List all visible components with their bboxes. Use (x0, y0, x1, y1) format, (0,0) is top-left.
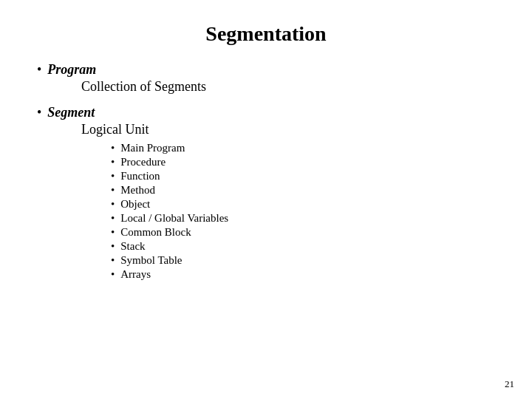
slide-title: Segmentation (37, 22, 495, 46)
list-item: Procedure (111, 156, 495, 168)
page-number: 21 (505, 378, 514, 390)
bullet-segment-main: • Segment (37, 105, 495, 120)
logical-unit-text: Logical Unit (81, 122, 149, 137)
bullet-segment-section: • Segment Logical Unit Main ProgramProce… (37, 105, 495, 281)
list-item: Main Program (111, 142, 495, 154)
program-desc-text: Collection of Segments (81, 79, 206, 94)
bullet-program-section: • Program Collection of Segments (37, 62, 495, 95)
slide: Segmentation • Program Collection of Seg… (0, 0, 532, 399)
bullet-program-main: • Program (37, 62, 495, 78)
list-item: Local / Global Variables (111, 212, 495, 225)
bullet-dot-1: • (37, 62, 41, 78)
list-item: Object (111, 198, 495, 211)
list-item: Method (111, 184, 495, 197)
logical-unit-label: Logical Unit (81, 122, 495, 137)
bullet-dot-2: • (37, 105, 41, 120)
program-description: Collection of Segments (81, 79, 495, 95)
list-item: Stack (111, 240, 495, 253)
segment-label: Segment (47, 105, 95, 120)
list-item: Arrays (111, 268, 495, 281)
segment-items-list: Main ProgramProcedureFunctionMethodObjec… (111, 142, 495, 281)
list-item: Function (111, 170, 495, 183)
program-label: Program (47, 62, 96, 78)
list-item: Symbol Table (111, 254, 495, 267)
list-item: Common Block (111, 226, 495, 239)
